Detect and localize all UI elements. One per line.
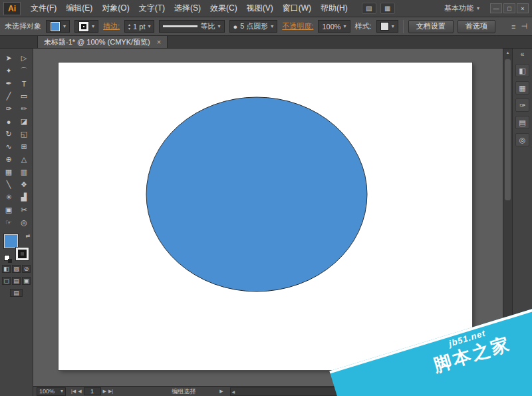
next-artboard-button[interactable]: ▶: [103, 389, 106, 394]
workspace-switcher[interactable]: 基本功能 ▾: [440, 2, 483, 15]
width-profile-value: 等比: [200, 21, 215, 31]
stroke-color-swatch[interactable]: [15, 247, 29, 261]
type-tool[interactable]: T: [17, 77, 32, 90]
screen-mode-button[interactable]: ▤: [10, 289, 23, 297]
perspective-grid-tool[interactable]: △: [17, 153, 32, 166]
close-icon[interactable]: ×: [157, 38, 161, 46]
document-tab-bar: 未标题-1* @ 100% (CMYK/预览) ×: [0, 36, 532, 49]
ellipse-object[interactable]: [146, 97, 367, 292]
slice-tool[interactable]: ✂: [17, 204, 32, 216]
eraser-tool[interactable]: ◪: [17, 115, 32, 128]
stroke-width-stepper[interactable]: ▴▾ 1 pt ▾: [124, 20, 154, 33]
brush-dot-icon: ●: [233, 23, 238, 31]
menu-select[interactable]: 选择(S): [170, 3, 205, 14]
stroke-panel-link[interactable]: 描边:: [103, 21, 120, 31]
panel-menu-icon[interactable]: ≡: [511, 23, 515, 31]
minimize-button[interactable]: —: [490, 3, 502, 13]
blob-brush-tool[interactable]: ●: [1, 115, 17, 128]
draw-behind-button[interactable]: ▤: [12, 277, 21, 285]
column-graph-tool[interactable]: ▟: [17, 191, 32, 204]
scroll-left-icon[interactable]: ◀: [232, 389, 235, 394]
symbol-sprayer-tool[interactable]: ✳: [1, 191, 17, 204]
width-tool[interactable]: ∿: [1, 140, 17, 153]
menu-window[interactable]: 窗口(W): [278, 3, 316, 14]
menu-help[interactable]: 帮助(H): [316, 3, 352, 14]
artboard-tool[interactable]: ▣: [1, 204, 17, 216]
fill-color-picker[interactable]: ▾: [46, 20, 70, 33]
style-select[interactable]: ▾: [376, 20, 398, 33]
pencil-tool[interactable]: ✏: [17, 102, 32, 115]
chevron-down-icon: ▾: [61, 389, 63, 394]
status-flyout-icon[interactable]: ▶: [219, 389, 223, 394]
opacity-select[interactable]: 100% ▾: [318, 20, 350, 33]
gradient-button[interactable]: ▨: [12, 265, 21, 273]
opacity-panel-link[interactable]: 不透明度:: [282, 21, 313, 31]
arrange-documents-icon[interactable]: ▦: [380, 3, 395, 14]
eyedropper-tool[interactable]: ╲: [1, 178, 17, 191]
brush-definition-value: 5 点圆形: [240, 21, 268, 31]
line-segment-tool[interactable]: ╱: [1, 90, 17, 102]
zoom-tool[interactable]: ◎: [17, 216, 32, 229]
first-artboard-button[interactable]: |◀: [71, 389, 76, 394]
menu-type[interactable]: 文字(T): [134, 3, 170, 14]
last-artboard-button[interactable]: ▶|: [108, 389, 113, 394]
scale-tool[interactable]: ◱: [17, 128, 32, 140]
color-mode-row: ◧▨⊘: [2, 265, 31, 273]
brushes-panel-icon[interactable]: ✑: [515, 99, 529, 112]
blend-tool[interactable]: ❖: [17, 178, 32, 191]
color-panel-icon[interactable]: ◧: [515, 64, 529, 77]
menu-effect[interactable]: 效果(C): [205, 3, 242, 14]
graphic-styles-panel-icon[interactable]: ▤: [515, 116, 529, 129]
expand-panels-icon[interactable]: «: [521, 51, 525, 60]
draw-normal-button[interactable]: ▢: [2, 277, 11, 285]
lasso-tool[interactable]: ⌒: [17, 65, 32, 77]
free-transform-tool[interactable]: ⊞: [17, 140, 32, 153]
previous-artboard-button[interactable]: ◀: [78, 389, 81, 394]
window-controls: — □ ×: [490, 3, 529, 13]
pen-tool[interactable]: ✒: [1, 77, 17, 90]
maximize-button[interactable]: □: [503, 3, 515, 13]
menu-edit[interactable]: 编辑(E): [61, 3, 97, 14]
swatches-panel-icon[interactable]: ▦: [515, 81, 529, 95]
scroll-up-icon[interactable]: ▲: [503, 49, 512, 57]
document-tab[interactable]: 未标题-1* @ 100% (CMYK/预览) ×: [37, 36, 168, 48]
bridge-icon[interactable]: ▤: [362, 3, 376, 14]
magic-wand-tool[interactable]: ✦: [1, 65, 17, 77]
close-button[interactable]: ×: [517, 3, 529, 13]
fill-stroke-control: ⇄: [4, 234, 29, 261]
swap-fill-stroke-icon[interactable]: ⇄: [26, 233, 31, 239]
zoom-level-select[interactable]: 100% ▾: [37, 387, 66, 396]
paintbrush-tool[interactable]: ✑: [1, 102, 17, 115]
menu-object[interactable]: 对象(O): [97, 3, 134, 14]
rectangle-tool[interactable]: ▭: [17, 90, 32, 102]
preferences-button[interactable]: 首选项: [458, 20, 495, 33]
stroke-color-picker[interactable]: ▾: [74, 20, 98, 33]
document-setup-button[interactable]: 文档设置: [408, 20, 454, 33]
canvas[interactable]: [33, 49, 503, 386]
gradient-tool[interactable]: ▥: [17, 166, 32, 178]
fill-color-swatch[interactable]: [4, 234, 18, 248]
menu-view[interactable]: 视图(V): [242, 3, 278, 14]
direct-selection-tool[interactable]: ▷: [17, 52, 32, 65]
collapse-controlbar-icon[interactable]: ⊣: [521, 22, 527, 31]
none-button[interactable]: ⊘: [22, 265, 31, 273]
stroke-color-swatch[interactable]: [78, 21, 89, 32]
separator: [403, 20, 404, 33]
mesh-tool[interactable]: ▦: [1, 166, 17, 178]
rotate-tool[interactable]: ↻: [1, 128, 17, 140]
artboard[interactable]: [59, 63, 472, 370]
shape-builder-tool[interactable]: ⊕: [1, 153, 17, 166]
width-profile-select[interactable]: 等比 ▾: [159, 20, 224, 33]
symbols-panel-icon[interactable]: ◎: [515, 133, 529, 146]
default-fill-stroke-icon[interactable]: [4, 255, 10, 261]
hand-tool[interactable]: ☞: [1, 216, 17, 229]
artboard-number-field[interactable]: 1: [84, 387, 101, 395]
fill-color-swatch[interactable]: [50, 21, 61, 32]
selection-tool[interactable]: ➤: [1, 52, 17, 65]
draw-inside-button[interactable]: ▣: [22, 277, 31, 285]
vertical-scroll-thumb[interactable]: [505, 59, 511, 200]
menu-file[interactable]: 文件(F): [26, 3, 61, 14]
stepper-icon[interactable]: ▴▾: [128, 23, 130, 31]
brush-definition-select[interactable]: ● 5 点圆形 ▾: [229, 20, 278, 33]
color-button[interactable]: ◧: [2, 265, 11, 273]
